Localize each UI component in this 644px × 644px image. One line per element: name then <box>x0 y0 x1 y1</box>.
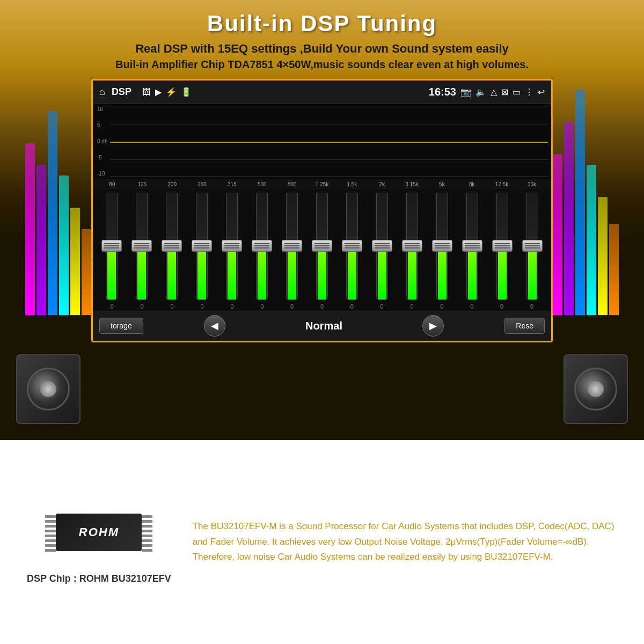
db-label-10: 10 <box>97 107 107 112</box>
slider-handle[interactable] <box>101 240 122 252</box>
db-label-0: 0 db <box>97 139 107 144</box>
slider-handle[interactable] <box>462 240 482 252</box>
usb-icon: ⚡ <box>166 87 177 97</box>
page-title: Built-in DSP Tuning <box>21 11 623 36</box>
slider-handle[interactable] <box>312 240 332 252</box>
clock-display: 16:53 <box>429 86 456 98</box>
freq-label-2k: 2k <box>368 181 396 187</box>
slider-value-label: 0 <box>188 303 216 310</box>
signal-icon: △ <box>491 87 497 97</box>
battery-icon: 🔋 <box>181 87 192 97</box>
speaker-right <box>564 354 628 424</box>
eq-bar-left <box>70 208 80 315</box>
back-icon: ↩ <box>538 87 545 97</box>
freq-label-3150: 3.15k <box>398 181 426 187</box>
slider-value-label: 0 <box>308 303 336 310</box>
eq-slider-band[interactable] <box>428 193 456 300</box>
status-icons-left: 🖼 ▶ ⚡ 🔋 <box>142 87 192 97</box>
chip-brand-label: ROHM <box>79 525 119 539</box>
freq-label-315: 315 <box>218 181 246 187</box>
freq-label-800: 800 <box>278 181 306 187</box>
eq-bar-left <box>82 229 91 315</box>
freq-label-15k: 15k <box>518 181 546 187</box>
eq-bars-left <box>25 79 91 358</box>
slider-handle[interactable] <box>522 240 543 252</box>
slider-handle[interactable] <box>372 240 392 252</box>
eq-slider-band[interactable] <box>488 193 516 300</box>
freq-labels-row: 80 125 200 250 315 500 800 1.25k 1.5k 2k… <box>93 179 551 189</box>
storage-button[interactable]: torage <box>99 318 143 334</box>
slider-value-label: 0 <box>128 303 156 310</box>
slider-value-label: 0 <box>218 303 246 310</box>
play-icon: ▶ <box>155 87 162 97</box>
eq-slider-band[interactable] <box>458 193 486 300</box>
eq-bar-right <box>564 122 574 315</box>
slider-handle[interactable] <box>162 240 182 252</box>
page-wrapper: Built-in DSP Tuning Real DSP with 15EQ s… <box>0 0 644 644</box>
slider-handle[interactable] <box>252 240 272 252</box>
eq-slider-band[interactable] <box>218 193 246 300</box>
eq-slider-band[interactable] <box>98 193 126 300</box>
slider-handle[interactable] <box>222 240 242 252</box>
eq-sliders-section <box>93 189 551 302</box>
camera-icon: 📷 <box>460 87 471 97</box>
slider-value-label: 0 <box>398 303 426 310</box>
chip-caption: DSP Chip : ROHM BU32107EFV <box>27 573 171 584</box>
eq-bar-left <box>36 165 46 315</box>
freq-label-5k: 5k <box>428 181 456 187</box>
slider-handle[interactable] <box>492 240 513 252</box>
eq-slider-band[interactable] <box>188 193 216 300</box>
eq-display: 10 5 0 db -5 -10 <box>93 104 551 179</box>
eq-slider-band[interactable] <box>278 193 306 300</box>
freq-label-1250: 1.25k <box>308 181 336 187</box>
eq-bar-right <box>575 90 585 315</box>
slider-value-label: 0 <box>518 303 546 310</box>
slider-value-label: 0 <box>368 303 396 310</box>
status-bar: ⌂ DSP 🖼 ▶ ⚡ 🔋 16:53 📷 🔈 △ ⊠ ▭ <box>93 80 551 104</box>
next-preset-button[interactable]: ▶ <box>422 315 444 336</box>
chip-body: ROHM <box>56 514 142 551</box>
eq-slider-band[interactable] <box>158 193 186 300</box>
eq-bar-right <box>609 224 619 315</box>
screen-icon: ⊠ <box>501 87 508 97</box>
freq-label-500: 500 <box>248 181 276 187</box>
slider-value-label: 0 <box>158 303 186 310</box>
window-icon: ▭ <box>513 87 521 97</box>
eq-slider-band[interactable] <box>308 193 336 300</box>
eq-bar-left <box>48 111 57 315</box>
home-icon: ⌂ <box>99 86 105 98</box>
eq-slider-band[interactable] <box>248 193 276 300</box>
slider-handle[interactable] <box>402 240 422 252</box>
eq-slider-band[interactable] <box>398 193 426 300</box>
chip-pins-right <box>142 515 152 552</box>
menu-icon: ⋮ <box>525 87 533 97</box>
chip-description: The BU32107EFV-M is a Sound Processor fo… <box>193 519 617 566</box>
eq-slider-band[interactable] <box>518 193 546 300</box>
eq-bars-right <box>553 79 619 358</box>
photo-icon: 🖼 <box>142 87 151 97</box>
prev-preset-button[interactable]: ◀ <box>204 315 225 336</box>
dsp-app-label: DSP <box>112 86 131 98</box>
time-area: 16:53 📷 🔈 △ ⊠ ▭ ⋮ ↩ <box>429 86 545 98</box>
chip-image: ROHM <box>45 500 152 565</box>
reset-button[interactable]: Rese <box>504 318 545 334</box>
slider-value-label: 0 <box>248 303 276 310</box>
volume-icon: 🔈 <box>475 87 486 97</box>
dsp-screen: ⌂ DSP 🖼 ▶ ⚡ 🔋 16:53 📷 🔈 △ ⊠ ▭ <box>91 79 553 342</box>
slider-handle[interactable] <box>342 240 362 252</box>
slider-handle[interactable] <box>432 240 452 252</box>
eq-bar-left <box>59 175 69 315</box>
eq-bar-right <box>553 154 562 315</box>
eq-bar-right <box>587 165 596 315</box>
slider-value-label: 0 <box>488 303 516 310</box>
slider-handle[interactable] <box>131 240 152 252</box>
freq-label-8k: 8k <box>458 181 486 187</box>
eq-slider-band[interactable] <box>338 193 366 300</box>
db-label-5: 5 <box>97 123 107 128</box>
eq-slider-band[interactable] <box>128 193 156 300</box>
value-labels-row: 000000000000000 <box>93 302 551 311</box>
slider-handle[interactable] <box>282 240 302 252</box>
freq-label-1500: 1.5k <box>338 181 366 187</box>
eq-slider-band[interactable] <box>368 193 396 300</box>
slider-handle[interactable] <box>192 240 212 252</box>
